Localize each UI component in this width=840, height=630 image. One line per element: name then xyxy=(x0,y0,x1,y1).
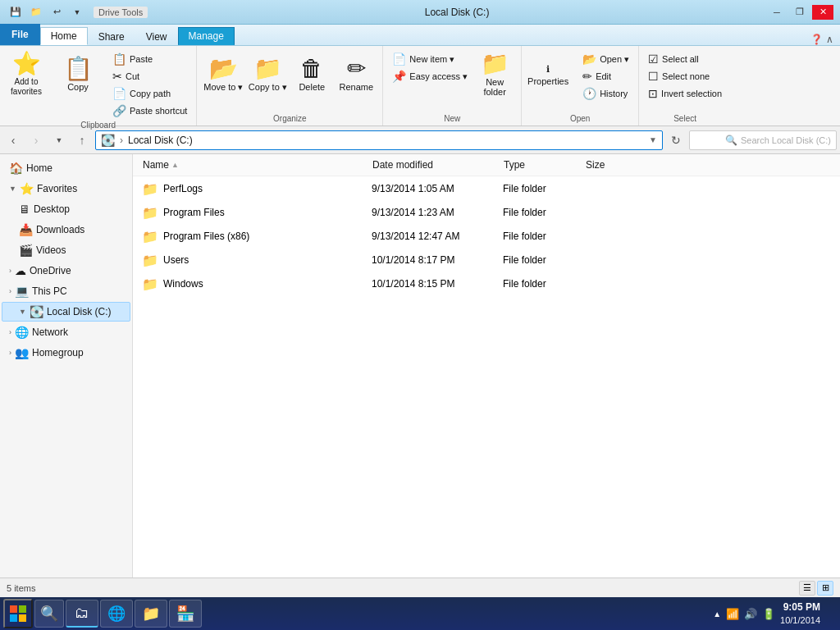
new-folder-button[interactable]: 📁 New folder xyxy=(473,49,516,100)
close-button[interactable]: ✕ xyxy=(812,5,833,20)
details-view-button[interactable]: ☰ xyxy=(799,581,815,596)
forward-button[interactable]: › xyxy=(26,130,46,150)
col-header-name[interactable]: Name ▲ xyxy=(139,158,369,172)
copy-button-large[interactable]: 📋 Copy xyxy=(57,49,99,100)
new-item-button[interactable]: 📄 New item ▾ xyxy=(388,51,472,67)
file-area: Name ▲ Date modified Type Size 📁 PerfLog… xyxy=(133,154,840,578)
move-to-button[interactable]: 📂 Move to ▾ xyxy=(202,49,244,100)
file-row-0[interactable]: 📁 PerfLogs 9/13/2014 1:05 AM File folder xyxy=(135,177,838,200)
sidebar-item-thispc[interactable]: › 💻 This PC xyxy=(2,281,130,301)
open-small-stack: 📂 Open ▾ ✏ Edit 🕐 History xyxy=(578,49,633,102)
sidebar-item-videos[interactable]: 🎬 Videos xyxy=(2,240,130,260)
show-desktop-button[interactable] xyxy=(825,599,830,628)
qat-dropdown[interactable]: ▼ xyxy=(68,5,86,20)
qat-save[interactable]: 💾 xyxy=(7,5,25,20)
file-row-4[interactable]: 📁 Windows 10/1/2014 8:15 PM File folder xyxy=(135,272,838,295)
delete-label: Delete xyxy=(299,82,325,92)
paste-icon: 📋 xyxy=(112,52,126,66)
tab-share[interactable]: Share xyxy=(88,27,135,45)
refresh-button[interactable]: ↻ xyxy=(666,130,686,150)
videos-icon: 🎬 xyxy=(19,244,33,257)
file-date-cell: 9/13/2014 1:23 AM xyxy=(372,207,503,218)
new-group: 📄 New item ▾ 📌 Easy access ▾ 📁 New folde… xyxy=(383,46,522,126)
back-button[interactable]: ‹ xyxy=(3,130,23,150)
thispc-icon: 💻 xyxy=(15,285,29,298)
title-bar: 💾 📁 ↩ ▼ Drive Tools Local Disk (C:) ─ ❐ … xyxy=(0,0,840,25)
search-bar[interactable]: 🔍 Search Local Disk (C:) xyxy=(689,130,837,150)
paste-button[interactable]: 📋 Paste xyxy=(108,51,191,67)
file-row-3[interactable]: 📁 Users 10/1/2014 8:17 PM File folder xyxy=(135,249,838,272)
sidebar-item-localdisk[interactable]: ▼ 💽 Local Disk (C:) xyxy=(2,302,130,322)
tiles-view-button[interactable]: ⊞ xyxy=(817,581,833,596)
tab-file[interactable]: File xyxy=(0,24,40,45)
restore-button[interactable]: ❐ xyxy=(789,5,810,20)
qat-folder[interactable]: 📁 xyxy=(27,5,45,20)
file-date-cell: 9/13/2014 1:05 AM xyxy=(372,183,503,194)
address-dropdown[interactable]: ▼ xyxy=(649,135,657,144)
volume-tray-icon: 🔊 xyxy=(744,608,757,620)
properties-label: Properties xyxy=(527,76,568,86)
minimize-button[interactable]: ─ xyxy=(766,5,788,20)
select-all-button[interactable]: ☑ Select all xyxy=(644,51,726,67)
tab-home[interactable]: Home xyxy=(40,27,88,45)
home-icon: 🏠 xyxy=(9,162,23,175)
paste-shortcut-button[interactable]: 🔗 Paste shortcut xyxy=(108,103,191,119)
taskbar-store-button[interactable]: 🏪 xyxy=(169,600,202,628)
qat-undo[interactable]: ↩ xyxy=(48,5,66,20)
organize-label: Organize xyxy=(202,112,377,126)
sidebar-item-downloads[interactable]: 📥 Downloads xyxy=(2,220,130,240)
show-hidden-icons[interactable]: ▲ xyxy=(713,609,721,619)
col-header-size[interactable]: Size xyxy=(582,158,648,172)
battery-tray-icon: 🔋 xyxy=(762,608,775,620)
sidebar-item-home[interactable]: 🏠 Home xyxy=(2,158,130,178)
item-count: 5 items xyxy=(7,583,35,593)
file-name-text: Program Files xyxy=(163,207,225,218)
col-header-date[interactable]: Date modified xyxy=(369,158,500,172)
file-name-cell: 📁 Program Files xyxy=(142,205,372,221)
start-button[interactable] xyxy=(3,599,33,628)
file-type-cell: File folder xyxy=(503,278,585,290)
tab-view[interactable]: View xyxy=(135,27,178,45)
copy-path-button[interactable]: 📄 Copy path xyxy=(108,85,191,102)
file-row-1[interactable]: 📁 Program Files 9/13/2014 1:23 AM File f… xyxy=(135,201,838,224)
taskbar-folder-button[interactable]: 📁 xyxy=(135,600,167,628)
copy-path-label: Copy path xyxy=(130,89,171,98)
recent-locations-button[interactable]: ▼ xyxy=(49,130,69,150)
rename-button[interactable]: ✏ Rename xyxy=(335,49,377,100)
ribbon-help[interactable]: ❓ xyxy=(810,34,823,45)
select-none-button[interactable]: ☐ Select none xyxy=(644,68,726,84)
delete-button[interactable]: 🗑 Delete xyxy=(290,49,333,100)
properties-button[interactable]: ℹ Properties xyxy=(527,49,569,100)
up-button[interactable]: ↑ xyxy=(72,130,92,150)
cut-button[interactable]: ✂ Cut xyxy=(108,68,191,84)
easy-access-label: Easy access ▾ xyxy=(409,71,468,82)
sidebar-item-homegroup[interactable]: › 👥 Homegroup xyxy=(2,343,130,363)
copy-to-button[interactable]: 📁 Copy to ▾ xyxy=(246,49,289,100)
invert-selection-button[interactable]: ⊡ Invert selection xyxy=(644,85,726,102)
sidebar-item-favorites[interactable]: ▼ ⭐ Favorites xyxy=(2,179,130,199)
svg-rect-3 xyxy=(19,614,26,622)
open-button[interactable]: 📂 Open ▾ xyxy=(578,51,633,67)
add-to-favorites-button[interactable]: ⭐ Add to favorites xyxy=(5,49,48,100)
taskbar-search-button[interactable]: 🔍 xyxy=(34,600,64,628)
thispc-expand-icon: › xyxy=(9,287,11,295)
system-clock[interactable]: 9:05 PM 10/1/2014 xyxy=(780,600,820,627)
file-row-2[interactable]: 📁 Program Files (x86) 9/13/2014 12:47 AM… xyxy=(135,225,838,248)
taskbar-ie-button[interactable]: 🌐 xyxy=(100,600,133,628)
clock-time: 9:05 PM xyxy=(780,600,820,614)
sidebar-item-onedrive[interactable]: › ☁ OneDrive xyxy=(2,261,130,281)
sidebar-item-network[interactable]: › 🌐 Network xyxy=(2,322,130,342)
tab-manage[interactable]: Manage xyxy=(178,27,235,45)
address-bar[interactable]: 💽 › Local Disk (C:) ▼ xyxy=(95,130,663,150)
easy-access-button[interactable]: 📌 Easy access ▾ xyxy=(388,68,472,84)
clock-date: 10/1/2014 xyxy=(780,614,820,627)
col-header-type[interactable]: Type xyxy=(500,158,582,172)
ribbon-collapse[interactable]: ∧ xyxy=(826,34,833,45)
taskbar-explorer-button[interactable]: 🗂 xyxy=(66,600,98,628)
edit-button[interactable]: ✏ Edit xyxy=(578,68,633,84)
new-group-content: 📄 New item ▾ 📌 Easy access ▾ 📁 New folde… xyxy=(388,49,516,112)
file-date-cell: 9/13/2014 12:47 AM xyxy=(372,231,503,242)
sidebar-item-desktop[interactable]: 🖥 Desktop xyxy=(2,199,130,219)
history-button[interactable]: 🕐 History xyxy=(578,85,633,102)
drive-tools-context-label: Drive Tools xyxy=(94,7,148,18)
